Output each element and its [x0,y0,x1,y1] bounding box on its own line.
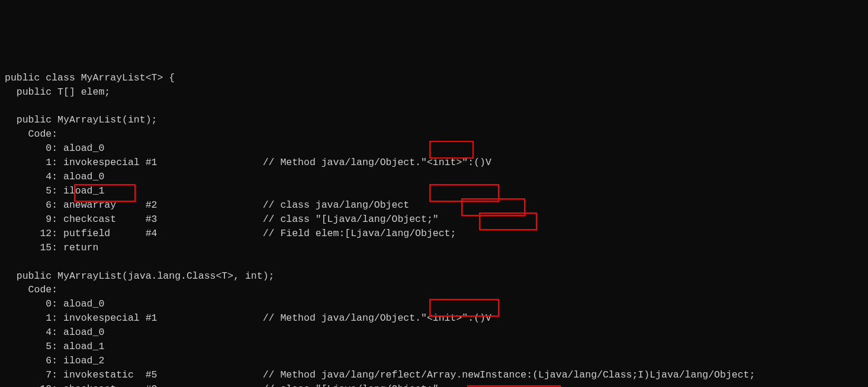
code-line: 1: invokespecial #1 // Method java/lang/… [5,312,491,324]
code-line: 6: iload_2 [5,355,104,366]
code-line: 10: checkcast #3 // class "[Ljava/lang/O… [5,383,439,387]
code-line: 1: invokespecial #1 // Method java/lang/… [5,157,491,168]
code-line: 12: putfield #4 // Field elem:[Ljava/lan… [5,228,456,239]
highlight-box [429,299,499,317]
code-line: 15: return [5,242,98,253]
code-line: 0: aload_0 [5,143,104,154]
highlight-box [479,212,537,230]
code-line: Code: [5,284,57,295]
highlight-box [74,184,136,202]
highlight-box [429,141,474,159]
code-line: 0: aload_0 [5,298,104,309]
code-line: public class MyArrayList<T> { [5,72,175,83]
code-line: 5: aload_1 [5,341,104,352]
code-line: public MyArrayList(int); [5,114,157,125]
bytecode-listing: public class MyArrayList<T> { public T[]… [0,57,868,387]
code-line: public MyArrayList(java.lang.Class<T>, i… [5,270,274,282]
code-line: 4: aload_0 [5,327,104,338]
code-line: 7: invokestatic #5 // Method java/lang/r… [5,369,755,380]
code-line: 4: aload_0 [5,171,104,182]
code-line: Code: [5,128,57,140]
code-line: public T[] elem; [5,86,110,98]
code-line: 6: anewarray #2 // class java/lang/Objec… [5,199,409,211]
code-line: 9: checkcast #3 // class "[Ljava/lang/Ob… [5,214,439,225]
